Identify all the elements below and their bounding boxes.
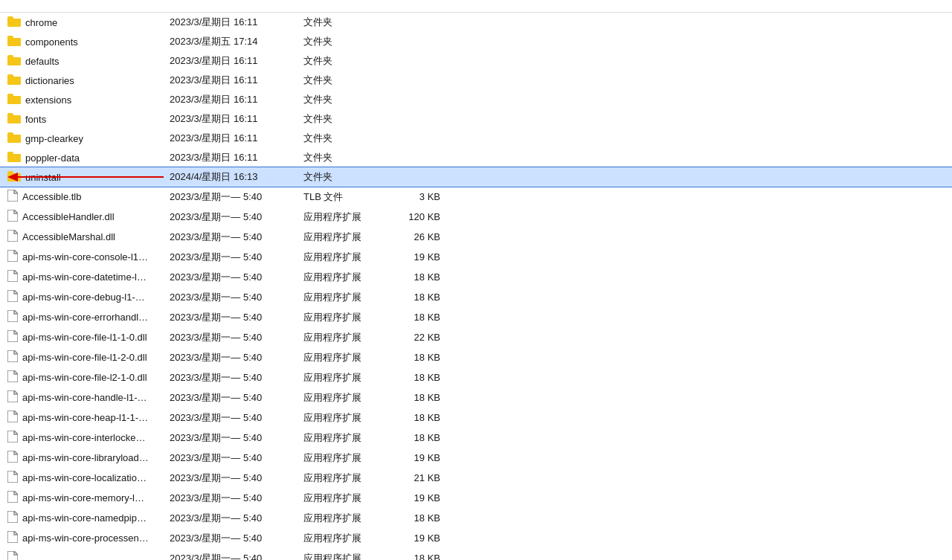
file-size-cell: 18 KB xyxy=(387,350,446,364)
file-type-cell: 应用程序扩展 xyxy=(298,289,387,306)
file-row[interactable]: AccessibleMarshal.dll2023/3/星期一— 5:40应用程… xyxy=(0,227,952,247)
file-extra-cell xyxy=(446,296,952,299)
file-row[interactable]: extensions2023/3/星期日 16:11文件夹 xyxy=(0,90,952,109)
file-name-cell: api-ms-win-core-namedpipe-l1-1-0.dll xyxy=(0,509,164,527)
file-size-cell: 21 KB xyxy=(387,471,446,485)
file-extra-cell xyxy=(446,336,952,339)
file-row[interactable]: api-ms-win-core-file-l2-1-0.dll2023/3/星期… xyxy=(0,367,952,387)
file-row[interactable]: api-ms-win-core-processenvironmen...2023… xyxy=(0,528,952,548)
file-name-text: dictionaries xyxy=(25,75,74,86)
file-name-cell: components xyxy=(0,34,164,50)
file-row[interactable]: gmp-clearkey2023/3/星期日 16:11文件夹 xyxy=(0,129,952,148)
file-name-text: api-ms-win-core-namedpipe-l1-1-0.dll xyxy=(22,512,149,524)
file-size-cell xyxy=(387,176,446,178)
file-row[interactable]: api-ms-win-core-memory-l1-1-0.dll2023/3/… xyxy=(0,488,952,508)
svg-marker-30 xyxy=(7,390,18,402)
file-row[interactable]: api-ms-win-core-handle-l1-1-0.dll2023/3/… xyxy=(0,387,952,408)
file-modified-cell: 2023/3/星期日 16:11 xyxy=(164,91,298,108)
file-modified-cell: 2023/3/星期一— 5:40 xyxy=(164,430,298,446)
file-icon xyxy=(7,310,18,324)
file-row[interactable]: defaults2023/3/星期日 16:11文件夹 xyxy=(0,51,952,71)
file-type-cell: 应用程序扩展 xyxy=(298,430,387,446)
file-modified-cell: 2023/3/星期一— 5:40 xyxy=(164,370,298,386)
file-modified-cell: 2023/3/星期一— 5:40 xyxy=(164,249,298,265)
file-icon xyxy=(7,471,18,485)
svg-marker-27 xyxy=(7,330,18,342)
file-row[interactable]: api-ms-win-core-file-l1-2-0.dll2023/3/星期… xyxy=(0,347,952,367)
file-row[interactable]: api-ms-win-core-console-l1-1-0.dll2023/3… xyxy=(0,247,952,267)
file-row[interactable]: Accessible.tlb2023/3/星期一— 5:40TLB 文件3 KB xyxy=(0,187,952,207)
file-row[interactable]: api-ms-win-core-interlocked-l1-1-@.dll20… xyxy=(0,428,952,448)
file-name-cell: extensions xyxy=(0,92,164,108)
file-type-cell: 文件夹 xyxy=(298,91,387,108)
file-name-cell: AccessibleMarshal.dll xyxy=(0,228,164,245)
svg-marker-35 xyxy=(7,491,18,503)
svg-marker-28 xyxy=(7,350,18,362)
file-row[interactable]: dictionaries2023/3/星期日 16:11文件夹 xyxy=(0,71,952,90)
file-name-text: gmp-clearkey xyxy=(25,133,83,144)
file-size-cell: 19 KB xyxy=(387,491,446,505)
col-name-header[interactable] xyxy=(0,3,164,9)
file-name-cell: api-ms-win-core-errorhandling-l1-1-... xyxy=(0,309,164,326)
file-size-cell xyxy=(387,156,446,159)
folder-icon xyxy=(7,74,21,87)
file-size-cell xyxy=(387,118,446,120)
file-row[interactable]: components2023/3/星期五 17:14文件夹 xyxy=(0,32,952,51)
file-name-text: AccessibleHandler.dll xyxy=(22,211,115,222)
file-modified-cell: 2023/3/星期一— 5:40 xyxy=(164,450,298,466)
file-size-cell xyxy=(387,59,446,62)
file-row[interactable]: ...2023/3/星期一— 5:40应用程序扩展18 KB xyxy=(0,548,952,560)
file-row[interactable]: api-ms-win-core-heap-l1-1-0.dll2023/3/星期… xyxy=(0,408,952,428)
file-name-cell: api-ms-win-core-file-l1-2-0.dll xyxy=(0,349,164,366)
svg-rect-13 xyxy=(7,132,13,136)
file-row[interactable]: api-ms-win-core-errorhandling-l1-1-...20… xyxy=(0,307,952,327)
file-modified-cell: 2023/3/星期一— 5:40 xyxy=(164,390,298,406)
file-extra-cell xyxy=(446,477,952,480)
file-size-cell: 18 KB xyxy=(387,431,446,445)
svg-rect-11 xyxy=(7,113,13,117)
file-type-cell: 应用程序扩展 xyxy=(298,550,387,561)
file-row[interactable]: uninstall 2024/4/星期日 16:13文件夹 xyxy=(0,167,952,187)
col-size-header[interactable] xyxy=(387,3,446,9)
file-modified-cell: 2023/3/星期日 16:11 xyxy=(164,111,298,127)
file-name-text: api-ms-win-core-errorhandling-l1-1-... xyxy=(22,312,149,323)
file-extra-cell xyxy=(446,497,952,500)
file-row[interactable]: chrome2023/3/星期日 16:11文件夹 xyxy=(0,13,952,32)
file-modified-cell: 2023/3/星期一— 5:40 xyxy=(164,510,298,527)
file-name-text: api-ms-win-core-datetime-l1-1-0.dll xyxy=(22,271,149,283)
table-header xyxy=(0,0,952,13)
col-modified-header[interactable] xyxy=(164,3,298,9)
svg-marker-36 xyxy=(7,511,18,523)
svg-marker-37 xyxy=(7,531,18,543)
svg-rect-5 xyxy=(7,55,13,59)
file-row[interactable]: api-ms-win-core-localization-l1-2-0.dll2… xyxy=(0,468,952,488)
file-name-text: chrome xyxy=(25,17,57,28)
file-icon xyxy=(7,350,18,364)
file-type-cell: 应用程序扩展 xyxy=(298,450,387,466)
file-name-text: api-ms-win-core-interlocked-l1-1-@.dll xyxy=(22,432,149,443)
file-row[interactable]: api-ms-win-core-libraryloader-l1-1-0...2… xyxy=(0,448,952,468)
file-name-cell: api-ms-win-core-memory-l1-1-0.dll xyxy=(0,489,164,506)
file-row[interactable]: api-ms-win-core-datetime-l1-1-0.dll2023/… xyxy=(0,267,952,287)
svg-rect-17 xyxy=(7,171,13,175)
file-name-text: uninstall xyxy=(25,172,61,183)
file-row[interactable]: poppler-data2023/3/星期日 16:11文件夹 xyxy=(0,148,952,167)
svg-marker-22 xyxy=(7,230,18,242)
file-size-cell: 3 KB xyxy=(387,190,446,204)
file-name-text: fonts xyxy=(25,114,46,125)
file-icon xyxy=(7,411,18,425)
col-type-header[interactable] xyxy=(298,3,387,9)
file-icon xyxy=(7,390,18,405)
folder-icon xyxy=(7,55,21,68)
file-name-cell: dictionaries xyxy=(0,73,164,88)
file-icon xyxy=(7,431,18,445)
file-name-text: api-ms-win-core-libraryloader-l1-1-0... xyxy=(22,452,149,463)
file-extra-cell xyxy=(446,59,952,62)
svg-rect-1 xyxy=(7,16,13,20)
svg-marker-23 xyxy=(7,250,18,262)
file-row[interactable]: api-ms-win-core-file-l1-1-0.dll2023/3/星期… xyxy=(0,327,952,347)
file-row[interactable]: api-ms-win-core-debug-l1-1-0.dll2023/3/星… xyxy=(0,287,952,307)
file-row[interactable]: api-ms-win-core-namedpipe-l1-1-0.dll2023… xyxy=(0,508,952,528)
file-row[interactable]: fonts2023/3/星期日 16:11文件夹 xyxy=(0,109,952,129)
file-row[interactable]: AccessibleHandler.dll2023/3/星期一— 5:40应用程… xyxy=(0,207,952,227)
